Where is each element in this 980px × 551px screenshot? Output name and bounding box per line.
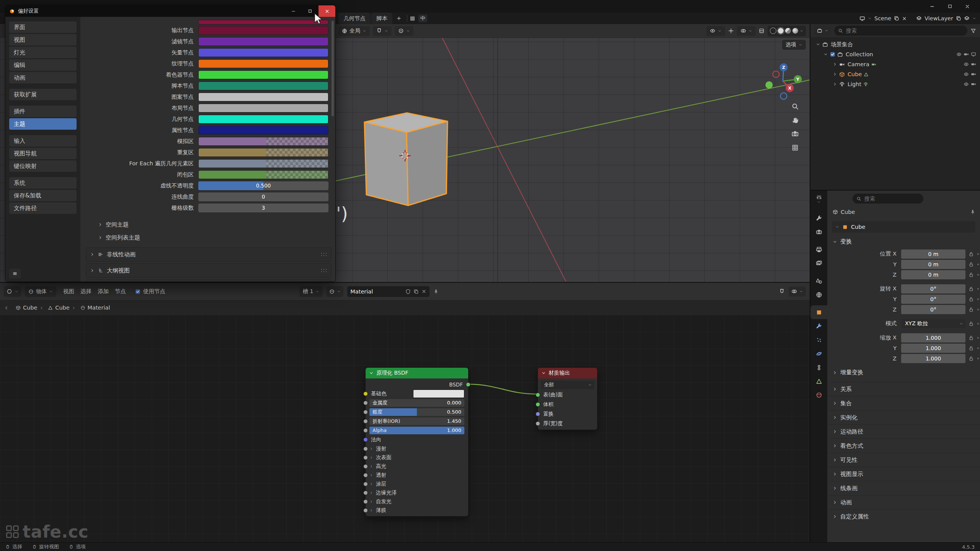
properties-panel-header[interactable]: 集合 <box>827 396 980 410</box>
viewport-options-dropdown[interactable]: 选项 <box>782 40 806 50</box>
render-camera-icon[interactable] <box>964 52 969 57</box>
chevron-down-icon[interactable] <box>972 16 976 20</box>
shading-material-button[interactable] <box>785 28 791 34</box>
outliner-search[interactable] <box>834 26 967 36</box>
menu-item[interactable]: 添加 <box>95 288 112 295</box>
properties-panel-header[interactable]: 运动路径 <box>827 424 980 439</box>
zoom-icon[interactable] <box>791 103 799 110</box>
input-socket[interactable] <box>536 421 540 426</box>
preferences-sidebar-item[interactable]: 灯光 <box>9 47 77 58</box>
input-socket[interactable] <box>363 401 368 405</box>
properties-tab[interactable] <box>810 333 827 347</box>
lock-icon[interactable] <box>969 297 974 302</box>
animate-dot-icon[interactable] <box>976 252 980 256</box>
disclosure-icon[interactable] <box>833 82 837 86</box>
properties-search[interactable] <box>853 194 923 204</box>
ortho-grid-icon[interactable] <box>791 144 799 152</box>
input-socket[interactable] <box>363 428 368 433</box>
bsdf-subpanel-header[interactable]: 次表面 <box>366 453 468 462</box>
outliner-item-label[interactable]: Light <box>848 81 861 87</box>
animate-dot-icon[interactable] <box>976 336 980 340</box>
layers-icon[interactable] <box>916 16 922 21</box>
copy-icon[interactable] <box>956 16 961 21</box>
maximize-button[interactable] <box>941 0 959 13</box>
render-camera-icon[interactable] <box>971 72 976 77</box>
properties-panel-header[interactable]: 视图显示 <box>827 467 980 481</box>
input-socket[interactable] <box>363 410 368 414</box>
disclosure-icon[interactable] <box>816 42 820 47</box>
properties-tab[interactable] <box>810 347 827 360</box>
breadcrumb-item[interactable]: Material <box>73 305 110 311</box>
add-workspace-button[interactable] <box>396 16 402 21</box>
lock-icon[interactable] <box>969 307 974 312</box>
color-field[interactable] <box>198 20 328 24</box>
input-socket[interactable] <box>363 447 368 451</box>
preferences-window[interactable]: 偏好设置 界面 视图 灯光 编辑 动画 获 <box>5 5 336 282</box>
color-field[interactable] <box>198 26 328 35</box>
overlays-dropdown[interactable] <box>789 287 806 297</box>
animate-dot-icon[interactable] <box>976 262 980 266</box>
base-color-socket[interactable] <box>363 391 368 396</box>
bsdf-slider[interactable]: 糙度 0.500 <box>369 408 464 416</box>
preferences-sidebar-item[interactable]: 动画 <box>9 72 77 83</box>
slot-dropdown[interactable]: 槽 1 <box>299 286 323 297</box>
disclosure-icon[interactable] <box>833 62 837 67</box>
copy-icon[interactable] <box>413 289 419 294</box>
eye-icon[interactable] <box>964 62 969 67</box>
color-field[interactable] <box>198 148 328 157</box>
properties-panel-header[interactable]: 关系 <box>827 382 980 396</box>
preferences-sidebar-item[interactable]: 视图导航 <box>9 148 77 159</box>
preferences-sidebar-item[interactable]: 键位映射 <box>9 160 77 172</box>
orientation-dropdown[interactable]: 全局 <box>338 26 370 36</box>
color-field[interactable] <box>198 159 328 168</box>
properties-editor-icon[interactable] <box>816 194 822 200</box>
theme-category-panel[interactable]: 大纲视图 <box>86 263 332 278</box>
screen-icon[interactable] <box>859 16 865 21</box>
pan-hand-icon[interactable] <box>791 116 799 124</box>
copy-icon[interactable] <box>894 16 899 21</box>
transform-value-field[interactable]: 1.000 <box>901 333 965 342</box>
properties-tab[interactable] <box>810 305 827 319</box>
breadcrumb-item[interactable]: Cube <box>16 305 37 311</box>
xray-toggle-icon[interactable] <box>759 28 764 34</box>
input-socket[interactable] <box>536 393 540 397</box>
material-output-node[interactable]: 材质输出 全部 表(曲)面 <box>537 367 598 430</box>
preferences-sidebar-item[interactable]: 保存&加载 <box>9 190 77 201</box>
eye-icon[interactable] <box>964 72 969 77</box>
layers-stack-icon[interactable] <box>964 16 970 21</box>
chevron-down-icon[interactable] <box>868 16 872 20</box>
shader-type-dropdown[interactable]: 物体 <box>25 286 56 297</box>
bsdf-subpanel-header[interactable]: 涂层 <box>366 479 468 488</box>
animate-dot-icon[interactable] <box>976 308 980 311</box>
value-slider[interactable]: 0 <box>198 192 328 201</box>
properties-search-input[interactable] <box>864 195 920 202</box>
preferences-sidebar-item[interactable]: 系统 <box>9 177 77 189</box>
color-field[interactable] <box>198 137 328 146</box>
base-color-swatch[interactable] <box>413 390 464 398</box>
outliner-row[interactable]: Collection <box>810 49 980 59</box>
bsdf-subpanel-header[interactable]: 薄膜 <box>366 506 468 515</box>
color-field[interactable] <box>198 48 328 57</box>
color-field[interactable] <box>198 126 328 135</box>
properties-tab[interactable] <box>810 374 827 388</box>
properties-panel-header[interactable]: 着色方式 <box>827 439 980 453</box>
animate-dot-icon[interactable] <box>976 357 980 360</box>
color-field[interactable] <box>198 104 328 112</box>
bsdf-slider[interactable]: 金属度 0.000 <box>369 399 464 407</box>
lock-icon[interactable] <box>969 262 974 267</box>
minimize-button[interactable] <box>285 5 302 17</box>
input-socket[interactable] <box>363 455 368 460</box>
lock-icon[interactable] <box>969 286 974 292</box>
input-socket[interactable] <box>363 419 368 424</box>
drag-grip[interactable] <box>320 268 327 273</box>
preferences-titlebar[interactable]: 偏好设置 <box>5 5 335 17</box>
color-field[interactable] <box>198 82 328 90</box>
lock-icon[interactable] <box>969 335 974 341</box>
pin-icon[interactable] <box>433 289 439 294</box>
color-field[interactable] <box>198 70 328 79</box>
normal-socket[interactable] <box>363 437 368 442</box>
render-camera-icon[interactable] <box>971 62 976 67</box>
properties-tab[interactable] <box>810 225 827 239</box>
screen-icon[interactable] <box>971 52 976 57</box>
menu-item[interactable]: 节点 <box>112 288 129 295</box>
